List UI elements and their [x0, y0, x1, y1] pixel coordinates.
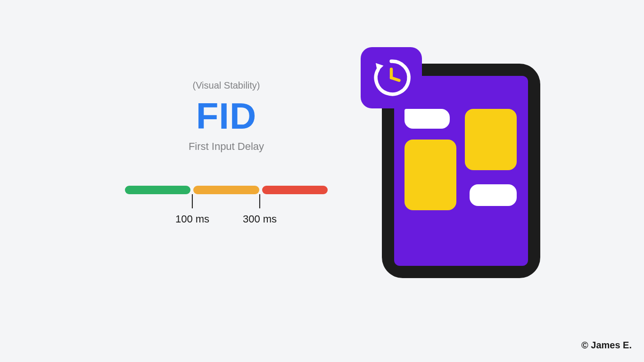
visual-stability-label: (Visual Stability) [192, 80, 260, 91]
tick-label-2: 300 ms [243, 213, 277, 225]
scale-segment-poor [262, 186, 328, 194]
fid-subtitle: First Input Delay [189, 140, 264, 153]
fid-title: FID [196, 95, 257, 138]
credit-label: © James E. [581, 340, 632, 351]
fid-info-panel: (Visual Stability) FID First Input Delay… [123, 80, 330, 227]
scale-segment-good [125, 186, 190, 194]
phone-card-1 [405, 109, 450, 129]
scale-tick-2: 300 ms [243, 194, 277, 225]
svg-line-2 [391, 78, 399, 81]
tick-label-1: 100 ms [175, 213, 209, 225]
clock-badge [361, 47, 422, 108]
scale-ticks: 100 ms 300 ms [125, 194, 328, 227]
scale-bar [125, 186, 328, 194]
scale-tick-1: 100 ms [175, 194, 209, 225]
phone-card-4 [470, 184, 517, 206]
phone-card-2 [465, 109, 517, 170]
tick-line [259, 194, 260, 208]
phone-card-3 [405, 140, 456, 210]
clock-history-icon [370, 56, 413, 99]
scale-segment-medium [193, 186, 259, 194]
tick-line [192, 194, 193, 208]
